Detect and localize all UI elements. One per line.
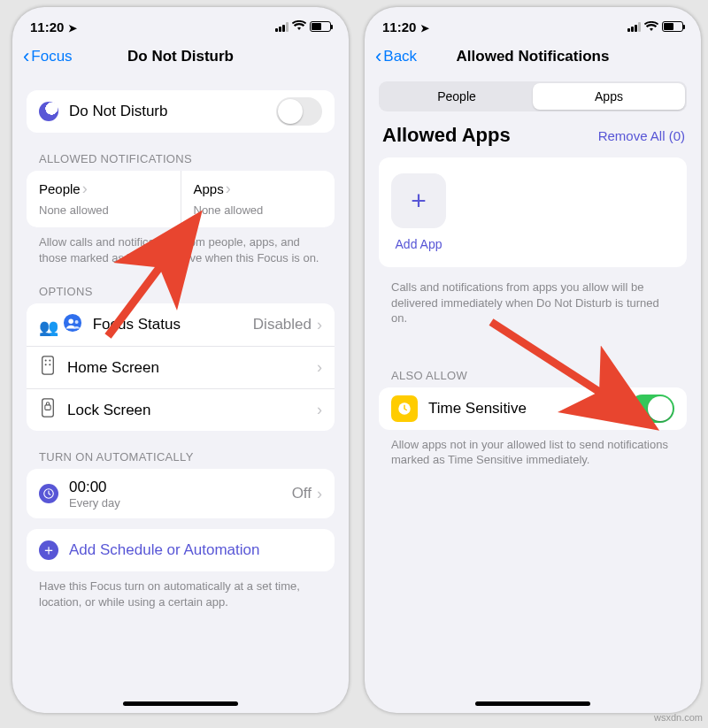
add-schedule-row[interactable]: ＋ Add Schedule or Automation (27, 529, 335, 571)
wifi-icon (644, 19, 658, 34)
allowed-header: ALLOWED NOTIFICATIONS (27, 133, 335, 171)
wifi-icon (292, 19, 306, 34)
plus-icon: + (411, 186, 427, 216)
do-not-disturb-row[interactable]: Do Not Disturb (27, 90, 335, 133)
home-indicator[interactable] (475, 701, 590, 706)
svg-point-4 (45, 360, 47, 362)
apps-footer: Calls and notifications from apps you al… (379, 267, 687, 326)
dnd-toggle[interactable] (276, 97, 322, 126)
home-screen-row[interactable]: Home Screen › (27, 346, 335, 388)
time-sensitive-row[interactable]: Time Sensitive (379, 387, 687, 430)
options-header: OPTIONS (27, 265, 335, 303)
chevron-right-icon: › (317, 401, 322, 419)
nav-bar: ‹ Back Allowed Notifications (365, 37, 701, 76)
page-title: Allowed Apps (381, 111, 511, 147)
back-button[interactable]: ‹ Focus (23, 45, 73, 68)
home-indicator[interactable] (123, 701, 238, 706)
segmented-control[interactable]: People Apps (379, 81, 687, 111)
automation-header: TURN ON AUTOMATICALLY (27, 431, 335, 469)
svg-point-6 (45, 364, 47, 365)
battery-icon (310, 21, 331, 32)
svg-rect-8 (42, 399, 54, 417)
svg-point-7 (49, 364, 50, 365)
focus-status-row[interactable]: Focus Status Disabled› (27, 303, 335, 346)
chevron-right-icon: › (317, 358, 322, 377)
back-button[interactable]: ‹ Back (375, 45, 417, 68)
status-bar: 11:20 ➤ (365, 7, 701, 37)
status-bar: 11:20 ➤ (12, 7, 349, 37)
chevron-left-icon: ‹ (375, 45, 381, 68)
phone-right: 11:20 ➤ ‹ Back Allowed Notifications Peo… (365, 7, 701, 713)
time-sensitive-toggle[interactable] (628, 395, 674, 423)
allowed-people[interactable]: People› None allowed (27, 171, 181, 227)
lock-screen-row[interactable]: Lock Screen › (27, 388, 335, 431)
svg-point-1 (68, 318, 73, 324)
status-time: 11:20 ➤ (382, 19, 429, 34)
chevron-right-icon: › (317, 485, 322, 503)
allowed-card: People› None allowed Apps› None allowed (27, 171, 335, 227)
segment-apps[interactable]: Apps (533, 83, 685, 110)
add-app-button[interactable]: + Add App (391, 173, 446, 251)
moon-icon (39, 102, 58, 121)
chevron-right-icon: › (317, 316, 322, 334)
nav-title: Allowed Notifications (457, 48, 610, 65)
time-sensitive-footer: Allow apps not in your allowed list to s… (379, 430, 687, 468)
battery-icon (662, 21, 683, 32)
chevron-left-icon: ‹ (23, 45, 29, 68)
nav-title: Do Not Disturb (127, 48, 234, 65)
remove-all-button[interactable]: Remove All (0) (598, 128, 685, 143)
plus-icon: ＋ (39, 540, 58, 560)
also-allow-header: ALSO ALLOW (379, 326, 687, 387)
time-sensitive-icon (391, 395, 418, 422)
apps-sub: None allowed (194, 203, 323, 217)
location-icon: ➤ (68, 22, 77, 34)
svg-rect-3 (42, 356, 54, 374)
people-sub: None allowed (39, 203, 168, 217)
schedule-value: Off (292, 485, 312, 502)
chevron-right-icon: › (226, 180, 231, 198)
watermark: wsxdn.com (654, 712, 703, 723)
cell-signal-icon (275, 22, 289, 32)
focus-status-value: Disabled (253, 316, 312, 333)
segment-people[interactable]: People (381, 83, 533, 110)
cell-signal-icon (627, 22, 641, 32)
chevron-right-icon: › (82, 180, 88, 198)
location-icon: ➤ (420, 22, 429, 34)
home-screen-icon (39, 356, 57, 379)
schedule-row[interactable]: 00:00 Every day Off› (27, 469, 335, 518)
schedule-sub: Every day (69, 496, 120, 510)
allowed-footer: Allow calls and notifications from peopl… (27, 227, 335, 265)
lock-screen-icon (39, 398, 57, 422)
schedule-time: 00:00 (69, 479, 120, 496)
nav-bar: ‹ Focus Do Not Disturb (12, 37, 349, 76)
svg-rect-9 (45, 405, 50, 410)
svg-point-2 (74, 320, 78, 324)
phone-left: 11:20 ➤ ‹ Focus Do Not Disturb Do Not Di… (12, 7, 349, 713)
allowed-apps[interactable]: Apps› None allowed (181, 171, 335, 227)
clock-icon (39, 484, 58, 503)
automation-footer: Have this Focus turn on automatically at… (27, 571, 335, 609)
svg-point-5 (49, 360, 50, 362)
status-time: 11:20 ➤ (30, 19, 77, 34)
share-icon (39, 313, 82, 337)
